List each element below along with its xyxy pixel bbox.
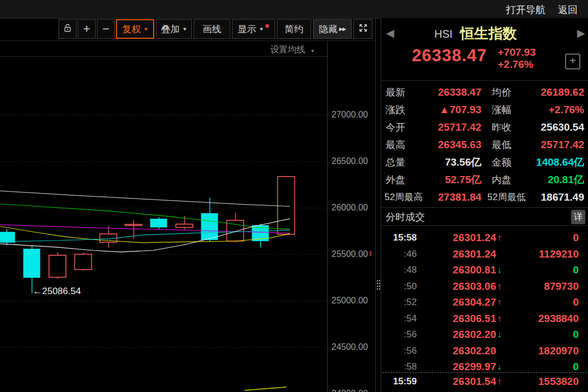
hide-button[interactable]: 隐藏 ▶▶ [313, 19, 352, 39]
y-axis-label: 24000.00 [331, 389, 368, 392]
tape-direction-arrow: ↑ [497, 311, 505, 326]
quote-value: 26345.63 [409, 136, 481, 154]
tape-volume: 879730 [518, 278, 579, 294]
quote-value: +2.76% [518, 101, 584, 119]
price-axis-line [327, 41, 328, 392]
quote-label: 今开 [386, 119, 405, 136]
y-axis-label: 27000.00 [331, 110, 368, 120]
prev-symbol-arrow[interactable]: ◀ [386, 27, 394, 39]
y-axis-label: 26500.00 [331, 156, 368, 166]
quote-label: 昨收 [492, 119, 511, 136]
quote-label: 外盘 [386, 171, 405, 189]
hide-label: 隐藏 [319, 23, 337, 36]
tape-time: 15:59 [381, 373, 417, 389]
quote-value: 26338.47 [409, 84, 481, 101]
tape-time: :56 [381, 326, 417, 342]
simple-mode-button[interactable]: 简约 [277, 19, 311, 39]
zoom-in-button[interactable]: + [78, 19, 96, 39]
ma-setting-label: 设置均线 [270, 45, 305, 54]
splitter-grip-handle[interactable] [376, 279, 381, 290]
lock-button[interactable] [59, 19, 77, 39]
tape-direction-arrow: ↓ [497, 262, 505, 278]
tape-direction-arrow: ↑ [497, 373, 505, 389]
tape-row: 15:5926301.54↑1553820 [381, 373, 588, 389]
tape-price: 26301.24 [425, 230, 496, 245]
tape-time: 15:58 [381, 230, 417, 245]
open-navigation-button[interactable]: 打开导航 [506, 3, 545, 16]
price-change-percent: +2.76% [498, 58, 535, 71]
fullscreen-button[interactable] [353, 19, 372, 39]
tape-separator [382, 372, 587, 373]
tape-time: :56 [381, 343, 417, 359]
tape-volume: 0 [518, 230, 579, 245]
tape-price: 26301.54 [425, 373, 496, 389]
quote-label: 总量 [386, 154, 405, 171]
symbol-code: HSI [434, 28, 452, 40]
back-button[interactable]: 返回 [558, 3, 578, 16]
adjust-price-button[interactable]: 复权 ▼ [116, 19, 154, 39]
symbol-name: 恒生指数 [460, 24, 517, 43]
last-price: 26338.47 [412, 46, 487, 66]
chart-top-border [0, 56, 327, 57]
tape-direction-arrow: ↓ [497, 326, 505, 342]
candle-body [278, 177, 295, 235]
quote-label: 金额 [492, 154, 511, 171]
quote-value: 27381.84 [409, 189, 481, 206]
draw-line-button[interactable]: 画线 [194, 19, 230, 39]
ma-white [0, 219, 290, 252]
tape-row: 15:5826301.24↑0 [381, 230, 588, 245]
tape-price: 26300.81 [425, 262, 496, 278]
ma-green [0, 204, 290, 229]
tape-price: 26306.51 [425, 311, 496, 326]
tape-volume: 1553820 [518, 373, 579, 389]
quote-row: 今开25717.42昨收25630.54 [381, 119, 588, 136]
tape-volume: 0 [518, 326, 579, 342]
tape-time: :54 [381, 311, 417, 326]
tape-section-title: 分时成交 [386, 210, 425, 224]
tape-volume: 0 [518, 262, 579, 278]
kline-canvas[interactable] [0, 40, 375, 392]
tape-price: 26302.20 [425, 326, 496, 342]
tape-row: :5626302.20↓0 [381, 326, 588, 342]
tape-time: :48 [381, 262, 417, 278]
chevron-down-icon: ▼ [182, 27, 187, 32]
y-axis-label: 24500.00 [331, 342, 368, 352]
chevron-down-icon: ▼ [143, 27, 148, 32]
tape-volume: 0 [518, 294, 579, 310]
adjust-price-label: 复权 [123, 23, 141, 36]
unlock-icon [63, 23, 72, 36]
tape-detail-button[interactable]: 详 [571, 210, 585, 224]
quote-row: 涨跌▲707.93涨幅+2.76% [381, 101, 588, 119]
candle-body [49, 255, 66, 277]
add-to-watchlist-button[interactable]: + [565, 54, 580, 69]
quote-row: 最高26345.63最低25717.42 [381, 136, 588, 154]
ma-setting-dropdown[interactable]: 设置均线 ▼ [270, 44, 315, 56]
quote-value: 26189.62 [518, 84, 584, 101]
quote-label: 最新 [386, 84, 405, 101]
next-symbol-arrow[interactable]: ▶ [577, 27, 585, 39]
y-axis-label: 25000.00 [331, 296, 368, 306]
tape-price: 26303.06 [425, 278, 496, 294]
quote-label: 涨幅 [492, 101, 511, 119]
quote-value: 52.75亿 [409, 171, 481, 189]
quote-value: 18671.49 [518, 189, 584, 206]
ma-long-gray [0, 191, 290, 206]
candle-body [0, 232, 15, 243]
quote-value: 1408.64亿 [518, 154, 584, 171]
tape-price: 26301.24 [425, 246, 496, 262]
quote-row: 外盘52.75亿内盘20.81亿 [381, 171, 588, 189]
zoom-out-button[interactable]: − [97, 19, 115, 39]
tape-direction-arrow: ↑ [497, 278, 505, 294]
tape-price: 26304.27 [425, 294, 496, 310]
candle-body [24, 249, 40, 278]
splitter-line [375, 18, 376, 392]
tape-time: :50 [381, 278, 417, 294]
tape-row: :5626302.201820970 [381, 343, 588, 359]
quote-value: 25717.42 [409, 119, 481, 136]
tape-volume: 1820970 [518, 343, 579, 359]
overlay-button[interactable]: 叠加 ▼ [156, 19, 192, 39]
quote-label: 涨跌 [386, 101, 405, 119]
quote-row: 最新26338.47均价26189.62 [381, 84, 588, 101]
display-button[interactable]: 显示 ▼ [232, 19, 275, 39]
kline-chart-pane[interactable]: 设置均线 ▼ ←25086.54 27000.0026500.0026000.0… [0, 40, 375, 392]
